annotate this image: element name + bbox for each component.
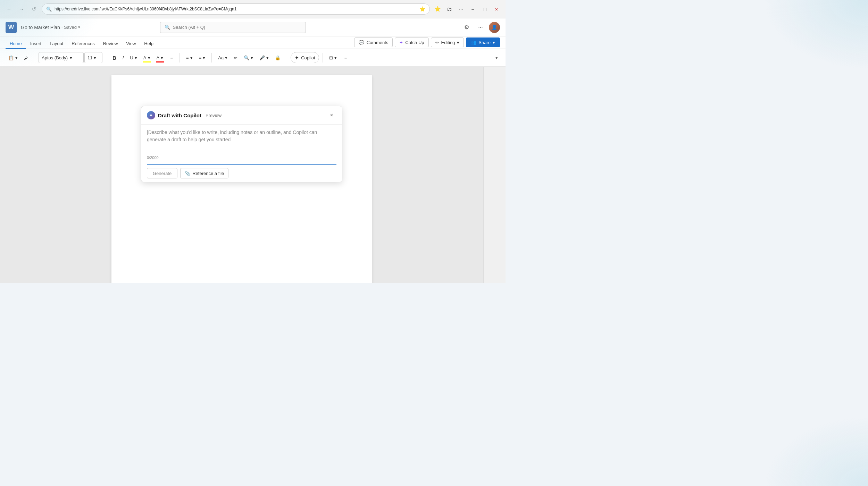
word-titlebar: W Go to Market Plan · Saved ▾ 🔍 ⚙ ··· 👤 [0,18,506,36]
browser-more-button[interactable]: ··· [456,4,466,14]
tab-view[interactable]: View [122,39,140,49]
comments-label: Comments [366,40,388,45]
generate-button[interactable]: Generate [147,168,177,178]
paste-dropdown: ▾ [15,55,18,60]
browser-toolbar-icons: ⭐ 🗂 ··· − □ × [433,4,501,14]
tab-layout[interactable]: Layout [45,39,67,49]
toolbar-divider-3 [180,53,180,62]
ribbon-right-actions: 💬 Comments ✦ Catch Up ✏ Editing ▾ 👥 Shar… [354,37,500,49]
font-color-label: A [157,55,160,60]
tab-references[interactable]: References [67,39,99,49]
sensitivity-button[interactable]: 🔒 [272,52,283,63]
word-search-input[interactable] [173,25,301,30]
table-dropdown-icon: ▾ [334,55,337,60]
copilot-label: Copilot [301,55,315,60]
browser-reload-button[interactable]: ↺ [29,4,39,14]
settings-button[interactable]: ⚙ [461,22,472,33]
font-color-button[interactable]: A ▾ [154,52,166,63]
paste-icon: 📋 [8,55,14,60]
font-size-label: 11 [87,55,92,60]
doc-dropdown-button[interactable]: ▾ [78,25,80,30]
underline-button[interactable]: U ▾ [127,52,140,63]
favorites-button[interactable]: ⭐ [433,4,442,14]
highlight-underbar [143,61,151,62]
editing-button[interactable]: ✏ Editing ▾ [431,37,464,47]
find-dropdown-icon: ▾ [251,55,253,60]
share-label: Share [478,40,491,45]
browser-minimize-button[interactable]: − [468,4,478,14]
toolbar-divider-1 [35,53,35,62]
more-tools-button[interactable]: ··· [341,52,350,63]
bold-button[interactable]: B [110,52,119,63]
more-format-button[interactable]: ··· [167,52,176,63]
share-dropdown-icon: ▾ [493,40,495,45]
copilot-dialog-title: Draft with Copilot [158,112,201,118]
editor-icon: ✏ [234,55,237,60]
copilot-dialog-footer: Generate 📎 Reference a file [141,165,342,182]
tab-help[interactable]: Help [140,39,158,49]
italic-button[interactable]: I [120,52,127,63]
highlight-label: A [143,55,147,60]
copilot-dialog-body: 0/2000 [141,125,342,164]
extensions-icon: ⭐ [419,6,425,12]
toolbar-divider-5 [287,53,287,62]
document-page: ✦ Draft with Copilot Preview × 0/2000 Ge… [111,75,372,283]
char-count: 0/2000 [147,156,336,160]
browser-close-button[interactable]: × [492,4,501,14]
share-button[interactable]: 👥 Share ▾ [466,37,500,47]
reference-file-button[interactable]: 📎 Reference a file [180,168,228,178]
font-name-dropdown: ▾ [70,55,72,60]
format-group: B I U ▾ A ▾ A ▾ ··· [110,52,176,63]
paste-group: 📋 ▾ 🖌 [6,52,31,63]
catch-up-button[interactable]: ✦ Catch Up [395,37,428,47]
ribbon-toolbar: 📋 ▾ 🖌 Aptos (Body) ▾ 11 ▾ B I U ▾ A ▾ [0,49,506,67]
collections-button[interactable]: 🗂 [444,4,454,14]
tab-review[interactable]: Review [99,39,122,49]
highlight-button[interactable]: A ▾ [141,52,153,63]
format-painter-button[interactable]: 🖌 [21,52,31,63]
editing-icon: ✏ [435,40,439,45]
user-avatar[interactable]: 👤 [489,22,500,33]
font-name-selector[interactable]: Aptos (Body) ▾ [39,52,84,63]
browser-chrome: ← → ↺ 🔍 ⭐ ⭐ 🗂 ··· − □ × [0,0,506,18]
browser-url-input[interactable] [55,7,417,11]
copilot-dialog-header: ✦ Draft with Copilot Preview × [141,106,342,125]
word-search-area: 🔍 [160,22,306,33]
find-icon: 🔍 [244,55,249,60]
table-icon: ⊞ [329,55,333,60]
browser-back-button[interactable]: ← [4,4,14,14]
comments-button[interactable]: 💬 Comments [354,37,393,47]
underline-dropdown-icon: ▾ [135,55,137,60]
align-button[interactable]: ≡ ▾ [196,52,208,63]
align-label: ≡ [199,55,202,60]
font-color-dropdown-icon: ▾ [161,55,163,60]
browser-forward-button[interactable]: → [17,4,26,14]
font-size-selector[interactable]: 11 ▾ [84,52,102,63]
copilot-textarea[interactable] [147,129,336,153]
share-icon: 👥 [471,40,476,45]
editing-dropdown-icon: ▾ [457,40,459,45]
browser-maximize-button[interactable]: □ [480,4,490,14]
toolbar-expand-button[interactable]: ▾ [493,52,500,63]
dictate-button[interactable]: 🎤 ▾ [257,52,272,63]
find-button[interactable]: 🔍 ▾ [241,52,256,63]
paste-button[interactable]: 📋 ▾ [6,52,20,63]
font-size-dropdown: ▾ [94,55,96,60]
styles-button[interactable]: Aa ▾ [215,52,230,63]
bullets-label: ≡ [186,55,189,60]
copilot-dialog: ✦ Draft with Copilot Preview × 0/2000 Ge… [141,106,342,182]
align-dropdown-icon: ▾ [203,55,205,60]
toolbar-divider-2 [106,53,106,62]
table-button[interactable]: ⊞ ▾ [326,52,340,63]
copilot-button[interactable]: ✦ Copilot [291,52,319,63]
copilot-icon: ✦ [294,55,299,61]
tab-insert[interactable]: Insert [26,39,46,49]
bullets-button[interactable]: ≡ ▾ [183,52,195,63]
titlebar-more-button[interactable]: ··· [475,22,486,33]
toolbar-divider-6 [323,53,323,62]
tab-home[interactable]: Home [6,39,26,49]
font-color-underbar [156,61,164,62]
copilot-close-button[interactable]: × [327,110,336,120]
editor-btn[interactable]: ✏ [231,52,240,63]
dictate-icon: 🎤 [259,55,265,60]
